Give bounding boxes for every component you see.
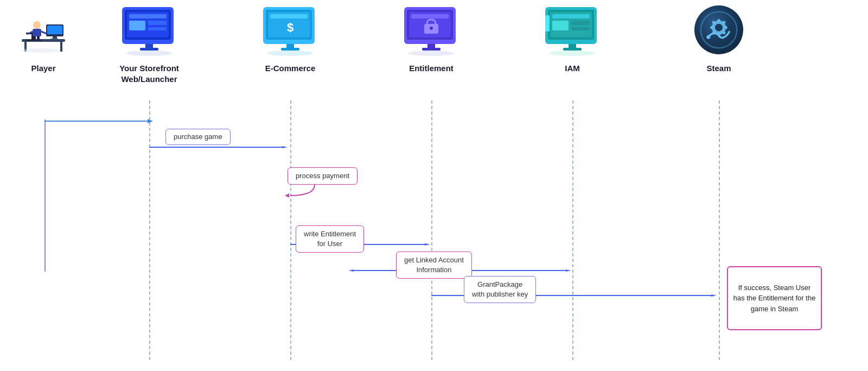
player-icon (14, 0, 73, 60)
svg-rect-6 (47, 26, 62, 34)
player-label: Player (31, 63, 55, 74)
svg-rect-35 (281, 48, 299, 51)
svg-marker-71 (285, 193, 289, 198)
player-figure-svg (16, 5, 71, 54)
svg-marker-75 (348, 269, 354, 272)
entitlement-label: Entitlement (409, 63, 454, 74)
svg-rect-27 (140, 48, 158, 51)
svg-point-12 (33, 21, 41, 29)
actor-steam: Steam (689, 0, 749, 74)
svg-line-15 (41, 32, 47, 34)
msg1-container: purchase game (149, 139, 290, 155)
actor-iam: IAM (542, 0, 602, 74)
actor-entitlement: Entitlement (401, 0, 461, 74)
actor-player: Player (14, 0, 73, 74)
ecommerce-monitor-svg: $ (260, 4, 320, 56)
svg-rect-40 (411, 14, 449, 18)
svg-rect-34 (286, 44, 294, 48)
diagram-container: Player Your Storefront Web/ (0, 0, 868, 371)
msg1-arrow (149, 146, 290, 148)
msg4-label: get Linked Account Information (396, 251, 472, 279)
iam-icon (542, 0, 602, 60)
svg-point-67 (712, 32, 715, 34)
svg-rect-25 (148, 27, 167, 30)
steam-logo-svg (700, 11, 738, 49)
svg-rect-50 (552, 21, 569, 30)
svg-point-68 (723, 32, 725, 34)
svg-point-62 (717, 33, 720, 36)
iam-label: IAM (565, 63, 580, 74)
svg-point-65 (712, 21, 715, 23)
entitlement-icon (401, 0, 461, 60)
svg-point-45 (409, 51, 454, 56)
steam-icon (689, 0, 749, 60)
result-box-label: If success, Steam User has the Entitleme… (732, 282, 816, 315)
svg-marker-76 (566, 269, 571, 272)
svg-rect-24 (148, 21, 167, 25)
storefront-monitor-svg (119, 4, 179, 56)
svg-point-18 (22, 48, 60, 53)
svg-rect-17 (37, 36, 40, 41)
ecommerce-label: E-Commerce (265, 63, 316, 74)
svg-rect-55 (563, 48, 582, 51)
player-lifeline (44, 120, 46, 272)
svg-marker-78 (711, 294, 717, 297)
lifeline-steam (719, 100, 720, 360)
storefront-icon (119, 0, 179, 60)
ecommerce-icon: $ (260, 0, 320, 60)
svg-marker-73 (425, 243, 430, 246)
entitlement-monitor-svg (401, 4, 461, 56)
svg-point-28 (126, 51, 172, 56)
svg-marker-1 (148, 119, 153, 123)
svg-rect-22 (129, 14, 167, 18)
iam-monitor-svg (542, 4, 602, 56)
steam-logo-circle (694, 5, 743, 54)
svg-rect-23 (129, 21, 145, 30)
storefront-label: Your Storefront Web/Launcher (119, 63, 179, 84)
steam-label: Steam (706, 63, 731, 74)
svg-rect-44 (422, 48, 441, 51)
svg-rect-32 (270, 14, 308, 18)
svg-rect-49 (552, 14, 590, 18)
result-box: If success, Steam User has the Entitleme… (727, 266, 822, 330)
msg5-label: GrantPackage with publisher key (464, 276, 536, 303)
svg-rect-51 (571, 21, 590, 25)
svg-text:$: $ (287, 21, 293, 34)
svg-point-63 (710, 26, 713, 29)
svg-rect-43 (427, 44, 435, 48)
svg-rect-26 (145, 44, 153, 48)
svg-marker-70 (282, 146, 288, 148)
svg-rect-4 (60, 42, 62, 52)
svg-point-42 (430, 27, 433, 30)
msg3-label: write Entitlement for User (296, 225, 364, 253)
svg-point-36 (267, 51, 313, 56)
player-to-storefront-line (44, 118, 153, 124)
msg5-container: GrantPackage with publisher key (431, 287, 719, 303)
msg4-container: get Linked Account Information (347, 254, 572, 287)
svg-point-64 (725, 26, 727, 29)
svg-rect-52 (571, 27, 590, 30)
lifeline-iam (572, 100, 573, 360)
svg-point-56 (550, 51, 595, 56)
svg-rect-54 (569, 44, 576, 48)
actor-ecommerce: $ E-Commerce (260, 0, 320, 74)
msg2-label: process payment (288, 167, 358, 185)
svg-rect-8 (50, 39, 58, 40)
msg1-label: purchase game (165, 129, 231, 145)
svg-point-59 (715, 24, 723, 32)
svg-point-66 (723, 21, 725, 23)
svg-point-60 (706, 35, 710, 39)
actor-storefront: Your Storefront Web/Launcher (119, 0, 179, 84)
svg-point-61 (717, 19, 720, 22)
svg-rect-13 (33, 29, 41, 36)
svg-rect-53 (545, 15, 550, 32)
svg-rect-16 (33, 36, 36, 41)
